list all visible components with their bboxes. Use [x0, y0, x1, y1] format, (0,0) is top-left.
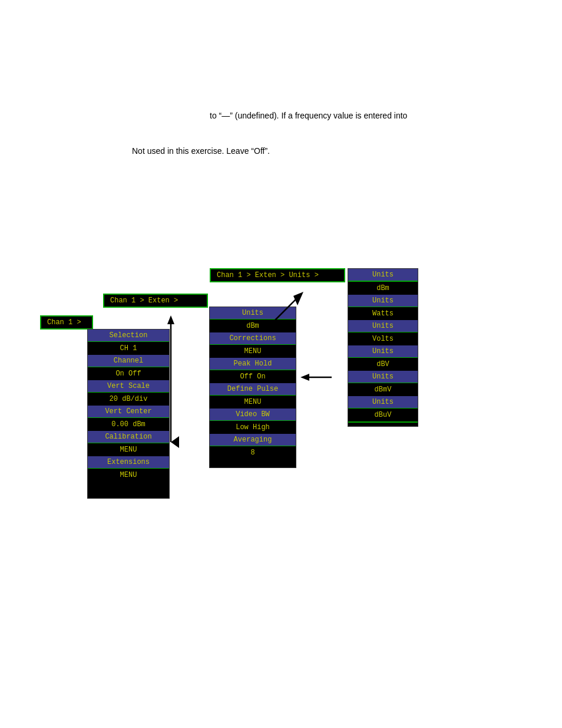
units-header-6[interactable]: Units	[348, 396, 418, 409]
chan1-calibration-header[interactable]: Calibration	[88, 431, 169, 443]
chan1-vertscale-header[interactable]: Vert Scale	[88, 380, 169, 393]
breadcrumb-top: Chan 1 > Exten > Units >	[210, 268, 345, 282]
units-dbv-value[interactable]: dBV	[348, 358, 418, 371]
chan1-breadcrumb: Chan 1 >	[40, 315, 93, 330]
chan1-vertcenter-value[interactable]: 0.00 dBm	[88, 418, 169, 431]
exten-corrections-header[interactable]: Corrections	[210, 332, 296, 345]
units-watts-value[interactable]: Watts	[348, 307, 418, 320]
units-header-5[interactable]: Units	[348, 371, 418, 383]
exten-definepulse-value[interactable]: MENU	[210, 396, 296, 409]
exten-peakhold-value[interactable]: Off On	[210, 370, 296, 383]
units-panel: Units dBm Units Watts Units Volts Units …	[348, 268, 418, 427]
body-text-1: to “—” (undefined). If a frequency value…	[210, 111, 407, 120]
chan1-vertscale-value[interactable]: 20 dB/div	[88, 393, 169, 406]
units-dbuv-value[interactable]: dBuV	[348, 409, 418, 421]
exten-breadcrumb-bar: Chan 1 > Exten >	[103, 294, 208, 308]
chan1-ch1-value[interactable]: CH 1	[88, 342, 169, 355]
units-header-4[interactable]: Units	[348, 345, 418, 358]
units-dbm-value[interactable]: dBm	[348, 282, 418, 295]
exten-dbm-value[interactable]: dBm	[210, 319, 296, 332]
svg-marker-2	[171, 436, 179, 448]
exten-corrections-value[interactable]: MENU	[210, 345, 296, 358]
units-top-header[interactable]: Units	[348, 269, 418, 282]
exten-videobw-value[interactable]: Low High	[210, 421, 296, 434]
units-volts-value[interactable]: Volts	[348, 332, 418, 345]
units-header-3[interactable]: Units	[348, 320, 418, 332]
chan1-channel-header[interactable]: Channel	[88, 355, 169, 367]
exten-units-header[interactable]: Units	[210, 307, 296, 319]
exten-panel: Units dBm Corrections MENU Peak Hold Off…	[209, 307, 296, 468]
chan1-vertcenter-header[interactable]: Vert Center	[88, 406, 169, 418]
exten-peakhold-header[interactable]: Peak Hold	[210, 358, 296, 370]
units-dbmv-value[interactable]: dBmV	[348, 383, 418, 396]
chan1-calibration-value[interactable]: MENU	[88, 443, 169, 456]
svg-marker-4	[293, 292, 303, 305]
svg-marker-6	[300, 374, 309, 381]
svg-marker-1	[167, 315, 174, 324]
exten-definepulse-header[interactable]: Define Pulse	[210, 383, 296, 396]
exten-averaging-value[interactable]: 8	[210, 446, 296, 459]
chan1-extensions-header[interactable]: Extensions	[88, 456, 169, 469]
body-text-2: Not used in this exercise. Leave “Off”.	[132, 146, 270, 156]
chan1-panel: Selection CH 1 Channel On Off Vert Scale…	[87, 329, 170, 499]
exten-averaging-header[interactable]: Averaging	[210, 434, 296, 446]
exten-videobw-header[interactable]: Video BW	[210, 409, 296, 421]
units-header-2[interactable]: Units	[348, 295, 418, 307]
chan1-on-off-value[interactable]: On Off	[88, 367, 169, 380]
chan1-extensions-value[interactable]: MENU	[88, 469, 169, 482]
chan1-selection-header[interactable]: Selection	[88, 330, 169, 342]
